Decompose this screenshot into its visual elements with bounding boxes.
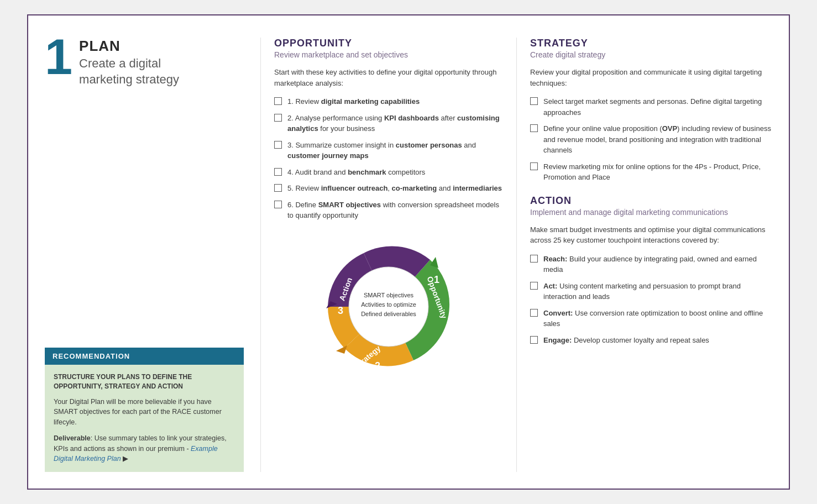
checkbox-icon xyxy=(274,168,282,176)
checkbox-icon xyxy=(530,336,538,344)
middle-column: OPPORTUNITY Review marketplace and set o… xyxy=(260,38,516,472)
list-item: Define your online value proposition (OV… xyxy=(530,123,772,156)
item-text: Act: Using content marketing and persuas… xyxy=(543,281,772,302)
checkbox-icon xyxy=(274,201,282,208)
action-subtitle: Implement and manage digital marketing c… xyxy=(530,208,772,217)
plan-subtitle: Create a digitalmarketing strategy xyxy=(79,56,179,87)
item-text: Select target market segments and person… xyxy=(543,96,772,118)
list-item: 1. Review digital marketing capabilities xyxy=(274,96,503,107)
right-column: STRATEGY Create digital strategy Review … xyxy=(516,38,772,472)
strategy-number: 2 xyxy=(375,360,380,371)
left-column: 1 PLAN Create a digitalmarketing strateg… xyxy=(45,38,260,472)
list-item: 3. Summarize customer insight in custome… xyxy=(274,140,503,161)
item-text: 2. Analyse performance using KPI dashboa… xyxy=(287,113,503,134)
deliverable-label: Deliverable xyxy=(54,434,91,442)
center-text-3: Defined deliverables xyxy=(361,311,416,317)
item-text: Convert: Use conversion rate optimizatio… xyxy=(543,308,772,329)
opportunity-intro: Start with these key activities to defin… xyxy=(274,67,503,88)
checkbox-icon xyxy=(274,141,282,149)
checkbox-icon xyxy=(530,162,538,170)
plan-header: 1 PLAN Create a digitalmarketing strateg… xyxy=(45,38,244,87)
item-text: Reach: Build your audience by integratin… xyxy=(543,254,772,275)
center-text-1: SMART objectives xyxy=(364,292,414,298)
strategy-arrow xyxy=(336,345,347,354)
plan-label: PLAN xyxy=(79,38,179,55)
main-card: 1 PLAN Create a digitalmarketing strateg… xyxy=(27,14,790,490)
action-intro: Make smart budget investments and optimi… xyxy=(530,224,772,246)
action-number: 3 xyxy=(338,305,343,316)
list-item: Act: Using content marketing and persuas… xyxy=(530,281,772,302)
list-item: Engage: Develop customer loyalty and rep… xyxy=(530,335,772,346)
checkbox-icon xyxy=(530,309,538,317)
action-title: ACTION xyxy=(530,195,772,207)
rec-structure-text: STRUCTURE YOUR PLANS TO DEFINE THE OPPOR… xyxy=(54,372,235,391)
opportunity-subtitle: Review marketplace and set objectives xyxy=(274,50,503,59)
item-text: 4. Audit brand and benchmark competitors xyxy=(287,167,425,178)
checkbox-icon xyxy=(530,97,538,105)
strategy-title: STRATEGY xyxy=(530,38,772,49)
action-checklist: Reach: Build your audience by integratin… xyxy=(530,254,772,346)
strategy-checklist: Select target market segments and person… xyxy=(530,96,772,183)
recommendation-header: RECOMMENDATION xyxy=(45,348,244,365)
rec-deliverable: Deliverable: Use summary tables to link … xyxy=(54,433,235,464)
plan-title-block: PLAN Create a digitalmarketing strategy xyxy=(79,38,179,87)
list-item: 2. Analyse performance using KPI dashboa… xyxy=(274,113,503,134)
item-text: Review marketing mix for online options … xyxy=(543,161,772,183)
opportunity-checklist: 1. Review digital marketing capabilities… xyxy=(274,96,503,221)
item-text: 1. Review digital marketing capabilities xyxy=(287,96,420,107)
checkbox-icon xyxy=(530,124,538,132)
item-text: 6. Define SMART objectives with conversi… xyxy=(287,200,503,221)
recommendation-box: RECOMMENDATION STRUCTURE YOUR PLANS TO D… xyxy=(45,348,244,472)
opportunity-number: 1 xyxy=(434,274,439,285)
strategy-intro: Review your digital proposition and comm… xyxy=(530,67,772,88)
checkbox-icon xyxy=(274,97,282,105)
recommendation-body: STRUCTURE YOUR PLANS TO DEFINE THE OPPOR… xyxy=(45,365,244,472)
rec-body-text: Your Digital Plan will be more believabl… xyxy=(54,397,235,428)
checkbox-icon xyxy=(274,184,282,192)
list-item: Review marketing mix for online options … xyxy=(530,161,772,183)
deliverable-arrow: ▶ xyxy=(121,455,128,463)
checkbox-icon xyxy=(274,114,282,122)
list-item: 6. Define SMART objectives with conversi… xyxy=(274,200,503,221)
list-item: Select target market segments and person… xyxy=(530,96,772,118)
center-text-2: Activities to optimize xyxy=(361,301,416,308)
item-text: 3. Summarize customer insight in custome… xyxy=(287,140,503,161)
list-item: Reach: Build your audience by integratin… xyxy=(530,254,772,275)
list-item: Convert: Use conversion rate optimizatio… xyxy=(530,308,772,329)
item-text: Define your online value proposition (OV… xyxy=(543,123,772,156)
list-item: 4. Audit brand and benchmark competitors xyxy=(274,167,503,178)
item-text: Engage: Develop customer loyalty and rep… xyxy=(543,335,709,346)
plan-number: 1 xyxy=(45,32,72,82)
checkbox-icon xyxy=(530,255,538,262)
opportunity-title: OPPORTUNITY xyxy=(274,38,503,49)
item-text: 5. Review influencer outreach, co-market… xyxy=(287,183,502,194)
list-item: 5. Review influencer outreach, co-market… xyxy=(274,183,503,194)
race-diagram: SMART objectives Activities to optimize … xyxy=(314,232,463,381)
circle-diagram-area: SMART objectives Activities to optimize … xyxy=(274,232,503,381)
strategy-subtitle: Create digital strategy xyxy=(530,50,772,59)
checkbox-icon xyxy=(530,282,538,290)
